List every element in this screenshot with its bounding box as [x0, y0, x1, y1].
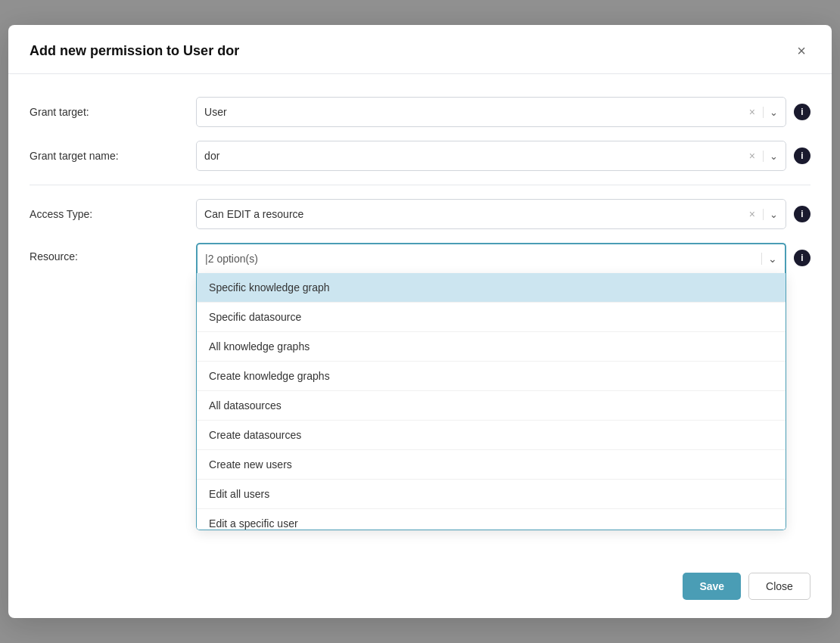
grant-target-name-clear-icon[interactable]: ×	[749, 150, 755, 162]
save-button[interactable]: Save	[683, 573, 741, 600]
modal-dialog: Add new permission to User dor × Grant t…	[8, 25, 832, 618]
resource-control: |2 option(s) ⌄ Specific knowledge graphS…	[196, 243, 810, 273]
modal-footer: Save Close	[8, 554, 832, 618]
grant-target-label: Grant target:	[30, 106, 196, 118]
dropdown-item-0[interactable]: Specific knowledge graph	[197, 273, 786, 303]
resource-arrow-icon: ⌄	[761, 253, 777, 265]
grant-target-name-arrow-icon: ⌄	[763, 151, 778, 162]
dropdown-item-7[interactable]: Edit all users	[197, 480, 786, 509]
grant-target-name-select[interactable]: dor × ⌄	[196, 141, 786, 171]
close-button[interactable]: Close	[748, 573, 810, 600]
grant-target-name-control: dor × ⌄ i	[196, 141, 810, 171]
grant-target-name-value: dor	[204, 150, 749, 162]
modal-overlay: Add new permission to User dor × Grant t…	[0, 0, 840, 643]
resource-select[interactable]: |2 option(s) ⌄	[196, 243, 786, 273]
grant-target-arrow-icon: ⌄	[763, 107, 778, 118]
grant-target-name-label: Grant target name:	[30, 150, 196, 162]
grant-target-name-info-icon[interactable]: i	[794, 148, 810, 164]
dropdown-item-8[interactable]: Edit a specific user	[197, 509, 786, 530]
dropdown-item-5[interactable]: Create datasources	[197, 421, 786, 450]
grant-target-select[interactable]: User × ⌄	[196, 97, 786, 127]
resource-placeholder: |2 option(s)	[205, 253, 758, 265]
modal-close-button[interactable]: ×	[792, 42, 810, 60]
access-type-control: Can EDIT a resource × ⌄ i	[196, 199, 810, 229]
access-type-value: Can EDIT a resource	[204, 208, 749, 220]
resource-row: Resource: |2 option(s) ⌄ Specific knowle…	[30, 243, 810, 273]
access-type-arrow-icon: ⌄	[763, 209, 778, 220]
modal-header: Add new permission to User dor ×	[8, 25, 832, 74]
access-type-select[interactable]: Can EDIT a resource × ⌄	[196, 199, 786, 229]
grant-target-clear-icon[interactable]: ×	[749, 106, 755, 118]
section-divider	[30, 185, 810, 185]
modal-body: Grant target: User × ⌄ i Grant target na…	[8, 74, 832, 297]
access-type-row: Access Type: Can EDIT a resource × ⌄ i	[30, 199, 810, 229]
grant-target-value: User	[204, 106, 749, 118]
grant-target-control: User × ⌄ i	[196, 97, 810, 127]
dropdown-item-3[interactable]: Create knowledge graphs	[197, 362, 786, 391]
dropdown-item-1[interactable]: Specific datasource	[197, 303, 786, 332]
resource-label: Resource:	[30, 250, 196, 262]
grant-target-row: Grant target: User × ⌄ i	[30, 97, 810, 127]
resource-dropdown-wrapper: |2 option(s) ⌄ Specific knowledge graphS…	[196, 243, 786, 273]
access-type-info-icon[interactable]: i	[794, 206, 810, 222]
modal-title: Add new permission to User dor	[30, 43, 239, 59]
access-type-label: Access Type:	[30, 208, 196, 220]
dropdown-item-4[interactable]: All datasources	[197, 391, 786, 421]
dropdown-item-2[interactable]: All knowledge graphs	[197, 332, 786, 362]
grant-target-name-row: Grant target name: dor × ⌄ i	[30, 141, 810, 171]
dropdown-item-6[interactable]: Create new users	[197, 450, 786, 480]
grant-target-info-icon[interactable]: i	[794, 104, 810, 120]
resource-info-icon[interactable]: i	[794, 250, 810, 266]
access-type-clear-icon[interactable]: ×	[749, 208, 755, 220]
resource-dropdown-list: Specific knowledge graphSpecific datasou…	[196, 273, 786, 530]
